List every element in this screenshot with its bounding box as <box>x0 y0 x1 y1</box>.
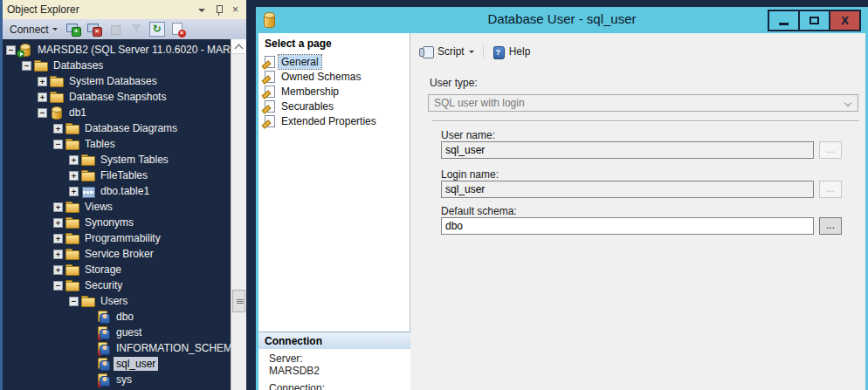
close-icon: X <box>841 15 849 26</box>
scrollbar-thumb[interactable] <box>232 290 245 312</box>
page-item-label: Securables <box>279 99 336 113</box>
object-explorer-titlebar-icons: × <box>196 3 242 17</box>
tree-item[interactable]: −Databases <box>3 58 231 73</box>
auto-hide-pin-icon[interactable] <box>212 3 225 17</box>
minus-expander-icon[interactable]: − <box>38 108 47 118</box>
maximize-button[interactable] <box>798 10 830 31</box>
page-item-extended-properties[interactable]: Extended Properties <box>258 113 410 128</box>
tree-item[interactable]: +Database Snapshots <box>3 89 231 105</box>
dialog-toolbar: Script Help <box>419 42 530 61</box>
tree-item[interactable]: −db1 <box>3 105 231 120</box>
login-name-browse-button[interactable]: ... <box>819 181 842 198</box>
database-icon <box>50 106 64 120</box>
user-icon <box>97 357 111 371</box>
script-chevron-down-icon[interactable] <box>469 51 474 53</box>
object-explorer-titlebar[interactable]: Object Explorer × <box>3 0 246 19</box>
tree-item[interactable]: +Service Broker <box>3 246 231 262</box>
object-explorer-toolbar: Connect <box>3 19 246 39</box>
tree-item-label: System Databases <box>66 74 160 88</box>
plus-expander-icon[interactable]: + <box>69 155 79 165</box>
script-icon <box>419 45 433 58</box>
page-icon <box>263 86 275 98</box>
tree-item[interactable]: +Database Diagrams <box>3 120 231 136</box>
red-down-badge-icon: ↓ <box>95 349 102 356</box>
tree-item[interactable]: −Security <box>3 277 231 293</box>
tree-item[interactable]: +↓sys <box>3 372 231 387</box>
minus-expander-icon[interactable]: − <box>69 297 79 306</box>
script-button[interactable]: Script <box>437 45 465 58</box>
tree-item[interactable]: +sql_user <box>3 356 231 372</box>
page-item-owned-schemas[interactable]: Owned Schemas <box>258 69 410 84</box>
tree-item-label: MARSDB2 (SQL Server 11.0.6020 - MARSD <box>35 43 231 57</box>
tree-item[interactable]: +dbo.table1 <box>3 183 231 199</box>
tree-item[interactable]: −Users <box>3 293 231 309</box>
connect-button[interactable]: Connect <box>8 23 59 37</box>
server-icon <box>18 43 32 57</box>
page-icon <box>263 56 275 68</box>
default-schema-browse-button[interactable]: ... <box>819 217 842 235</box>
folder-icon <box>65 121 79 135</box>
page-item-label: Extended Properties <box>279 114 379 128</box>
object-explorer-title: Object Explorer <box>7 3 196 16</box>
plus-expander-icon[interactable]: + <box>69 187 79 196</box>
plus-expander-icon[interactable]: + <box>69 171 79 181</box>
plus-expander-icon[interactable]: + <box>53 124 63 133</box>
tree-item[interactable]: +Synonyms <box>3 215 231 230</box>
scroll-up-arrow-icon[interactable] <box>231 39 246 54</box>
script-error-icon[interactable] <box>170 22 186 37</box>
default-schema-field[interactable] <box>441 217 814 235</box>
page-item-membership[interactable]: Membership <box>258 84 410 99</box>
form-separator <box>432 120 859 122</box>
user-type-combobox[interactable]: SQL user with login <box>428 94 858 112</box>
tree-item[interactable]: +System Tables <box>3 152 231 168</box>
tree-scrollbar[interactable] <box>231 39 246 390</box>
minimize-icon <box>779 23 789 25</box>
plus-expander-icon[interactable]: + <box>38 77 47 86</box>
minus-expander-icon[interactable]: − <box>53 140 63 149</box>
tree-item[interactable]: +↓INFORMATION_SCHEMA <box>3 340 231 356</box>
tree-item[interactable]: +dbo <box>3 309 231 325</box>
plus-expander-icon[interactable]: + <box>53 202 63 212</box>
tree-item-label: guest <box>114 325 144 339</box>
table-icon <box>81 184 95 198</box>
plus-expander-icon[interactable]: + <box>53 234 63 243</box>
tree-item[interactable]: +FileTables <box>3 168 231 183</box>
user-name-field[interactable] <box>441 141 814 159</box>
tree-item[interactable]: +Views <box>3 199 231 215</box>
green-play-badge-icon <box>17 50 24 58</box>
refresh-icon[interactable] <box>149 22 165 37</box>
disconnect-server-icon[interactable] <box>86 22 102 37</box>
page-item-securables[interactable]: Securables <box>258 99 410 113</box>
minus-expander-icon[interactable]: − <box>22 61 31 71</box>
tree-item[interactable]: +Programmability <box>3 230 231 246</box>
help-button[interactable]: Help <box>509 45 531 58</box>
close-icon[interactable]: × <box>229 3 242 17</box>
close-button[interactable]: X <box>829 10 861 31</box>
plus-expander-icon[interactable]: + <box>53 265 63 275</box>
dialog-titlebar[interactable]: Database User - sql_user X <box>256 7 868 33</box>
folder-icon <box>34 58 48 72</box>
folder-icon <box>65 231 79 245</box>
page-item-general[interactable]: General <box>258 54 410 69</box>
plus-expander-icon[interactable]: + <box>53 250 63 259</box>
plus-expander-icon[interactable]: + <box>38 92 47 102</box>
window-position-chevron-icon[interactable] <box>196 3 209 17</box>
minimize-button[interactable] <box>768 10 800 31</box>
dialog-main: Script Help User type: SQL user with log… <box>411 33 865 390</box>
plus-expander-icon[interactable]: + <box>53 218 63 228</box>
stop-icon[interactable] <box>107 22 123 37</box>
select-a-page-items: GeneralOwned SchemasMembershipSecurables… <box>258 54 410 128</box>
minus-expander-icon[interactable]: − <box>6 45 16 55</box>
object-explorer-panel: Object Explorer × Connect −MARSDB2 (SQL … <box>3 0 246 390</box>
user-name-browse-button[interactable]: ... <box>819 141 842 159</box>
connect-server-icon[interactable] <box>65 22 81 37</box>
filter-icon[interactable] <box>128 22 144 37</box>
tree-item[interactable]: +Storage <box>3 262 231 277</box>
tree-item[interactable]: −MARSDB2 (SQL Server 11.0.6020 - MARSD <box>3 42 231 58</box>
tree-item[interactable]: +↓guest <box>3 325 231 340</box>
tree-item[interactable]: +System Databases <box>3 73 231 89</box>
login-name-field[interactable] <box>441 181 814 198</box>
tree-item-label: dbo <box>114 310 136 324</box>
minus-expander-icon[interactable]: − <box>53 281 63 291</box>
tree-item[interactable]: −Tables <box>3 136 231 152</box>
